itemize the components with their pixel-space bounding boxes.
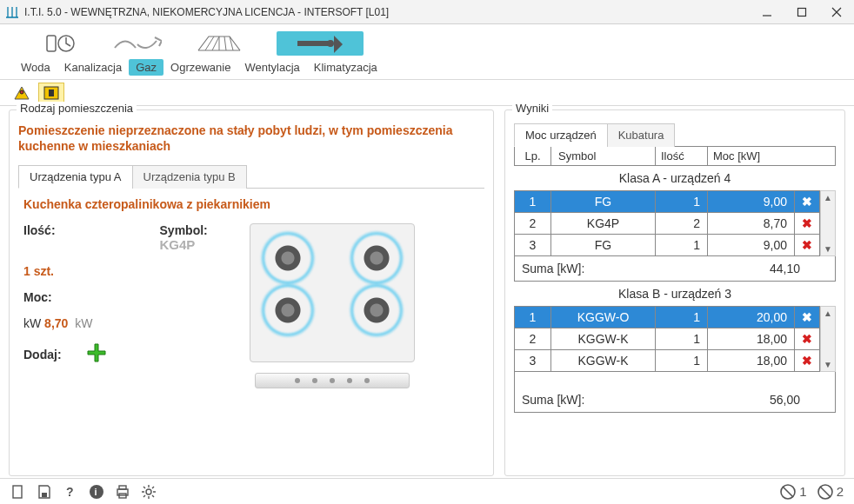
results-subtab-1[interactable]: Kubatura xyxy=(607,123,676,147)
classB-table: 1KGGW-O120,00✖2KGGW-K118,00✖3KGGW-K118,0… xyxy=(514,306,820,372)
svg-text:?: ? xyxy=(66,485,74,499)
status-value-1: 1 xyxy=(799,484,806,499)
room-type-legend: Rodzaj pomieszczenia xyxy=(17,102,137,115)
col-symbol: Symbol xyxy=(551,147,656,166)
moc-value: 8,70 xyxy=(44,316,68,330)
classA-sum-value: 44,10 xyxy=(770,262,800,275)
svg-text:i: i xyxy=(95,487,97,497)
table-row[interactable]: 1FG19,00✖ xyxy=(515,191,820,213)
ilosc-value: 1 szt. xyxy=(23,264,54,278)
print-icon[interactable] xyxy=(115,484,130,500)
classB-sum-value: 56,00 xyxy=(770,393,800,407)
gaz-icon[interactable] xyxy=(197,31,242,56)
dodaj-label: Dodaj: xyxy=(23,348,62,361)
table-row[interactable]: 1KGGW-O120,00✖ xyxy=(515,307,820,328)
cooker-illustration xyxy=(250,223,415,388)
delete-row-button[interactable]: ✖ xyxy=(795,307,820,328)
delete-row-button[interactable]: ✖ xyxy=(795,235,820,256)
moc-label: Moc: xyxy=(23,290,52,304)
save-icon[interactable] xyxy=(37,484,52,500)
box-icon[interactable] xyxy=(38,83,64,103)
subtab-0[interactable]: Urządzenia typu A xyxy=(18,165,133,189)
info-icon[interactable]: i xyxy=(89,484,104,500)
results-legend: Wyniki xyxy=(512,102,552,115)
tab-klimatyzacja[interactable]: Klimatyzacja xyxy=(307,59,384,76)
kanalizacja-icon[interactable] xyxy=(113,31,162,56)
subtab-1[interactable]: Urządzenia typu B xyxy=(132,165,247,189)
svg-rect-7 xyxy=(49,90,54,96)
moc-unit-left: kW xyxy=(23,316,41,330)
app-icon xyxy=(5,5,19,19)
col-lp: Lp. xyxy=(515,147,551,166)
col-ilosc: Ilość xyxy=(656,147,708,166)
delete-row-button[interactable]: ✖ xyxy=(795,328,820,350)
table-row[interactable]: 3KGGW-K118,00✖ xyxy=(515,350,820,372)
classB-title: Klasa B - urządzeń 3 xyxy=(514,282,836,306)
room-type-heading: Pomieszczenie nieprzeznaczone na stały p… xyxy=(18,123,484,154)
table-row[interactable]: 2KGGW-K118,00✖ xyxy=(515,328,820,350)
svg-point-4 xyxy=(327,40,334,47)
moc-unit-right: kW xyxy=(75,316,92,330)
results-tabs: Moc urządzeńKubatura xyxy=(514,123,836,147)
results-subtab-0[interactable]: Moc urządzeń xyxy=(514,123,608,147)
col-moc: Moc [kW] xyxy=(708,147,836,166)
titlebar: I.T.I. 5.0 - WEWNĘTRZNA, NIEKOMERCYJNA L… xyxy=(0,0,854,24)
settings-icon[interactable] xyxy=(141,484,157,500)
window-title: I.T.I. 5.0 - WEWNĘTRZNA, NIEKOMERCYJNA L… xyxy=(24,6,750,18)
new-file-icon[interactable] xyxy=(10,484,26,500)
symbol-value: KG4P xyxy=(160,237,196,252)
status-indicator-1: 1 xyxy=(780,484,806,500)
svg-point-16 xyxy=(146,489,151,494)
delete-row-button[interactable]: ✖ xyxy=(795,213,820,235)
svg-rect-1 xyxy=(47,36,56,51)
classA-sum-label: Suma [kW]: xyxy=(522,262,584,275)
status-bar: ? i 1 2 xyxy=(0,478,854,504)
status-value-2: 2 xyxy=(837,484,844,499)
tab-ogrzewanie[interactable]: Ogrzewanie xyxy=(163,59,237,76)
tab-woda[interactable]: Woda xyxy=(14,59,57,76)
classA-table: 1FG19,00✖2KG4P28,70✖3FG19,00✖ xyxy=(514,190,820,256)
delete-row-button[interactable]: ✖ xyxy=(795,350,820,372)
close-button[interactable] xyxy=(819,0,854,24)
results-header-table: Lp. Symbol Ilość Moc [kW] xyxy=(514,146,836,166)
triangle-icon[interactable] xyxy=(9,83,35,103)
room-type-panel: Rodzaj pomieszczenia Pomieszczenie niepr… xyxy=(9,109,494,476)
classB-scrollbar[interactable]: ▲▼ xyxy=(820,306,836,372)
table-row[interactable]: 2KG4P28,70✖ xyxy=(515,213,820,235)
delete-row-button[interactable]: ✖ xyxy=(795,191,820,213)
table-row[interactable]: 3FG19,00✖ xyxy=(515,235,820,256)
classA-scrollbar[interactable]: ▲▼ xyxy=(820,190,836,256)
woda-icon[interactable] xyxy=(43,31,78,56)
svg-rect-3 xyxy=(297,41,329,46)
classA-title: Klasa A - urządzeń 4 xyxy=(514,166,836,190)
results-panel: Wyniki Moc urządzeńKubatura Lp. Symbol I… xyxy=(504,109,845,476)
device-type-tabs: Urządzenia typu AUrządzenia typu B xyxy=(18,164,484,189)
minimize-button[interactable] xyxy=(750,0,784,24)
maximize-button[interactable] xyxy=(784,0,819,24)
svg-rect-14 xyxy=(119,486,126,489)
svg-rect-9 xyxy=(42,493,47,497)
tab-gaz[interactable]: Gaz xyxy=(129,59,163,76)
tab-kanalizacja[interactable]: Kanalizacja xyxy=(57,59,130,76)
svg-point-5 xyxy=(20,90,23,94)
add-device-button[interactable] xyxy=(86,342,107,366)
symbol-label: Symbol: xyxy=(160,223,208,237)
status-indicator-2: 2 xyxy=(817,484,844,500)
main-toolbar: WodaKanalizacjaGazOgrzewanieWentylacjaKl… xyxy=(0,24,854,80)
tab-wentylacja[interactable]: Wentylacja xyxy=(237,59,306,76)
device-name: Kuchenka czteropalinikowa z piekarnikiem xyxy=(18,197,484,211)
ilosc-label: Ilość: xyxy=(23,223,160,252)
help-icon[interactable]: ? xyxy=(63,484,78,500)
classB-sum-label: Suma [kW]: xyxy=(522,393,584,407)
svg-rect-0 xyxy=(798,8,806,16)
svg-rect-8 xyxy=(13,486,22,498)
ogrzewanie-icon[interactable] xyxy=(277,31,364,56)
